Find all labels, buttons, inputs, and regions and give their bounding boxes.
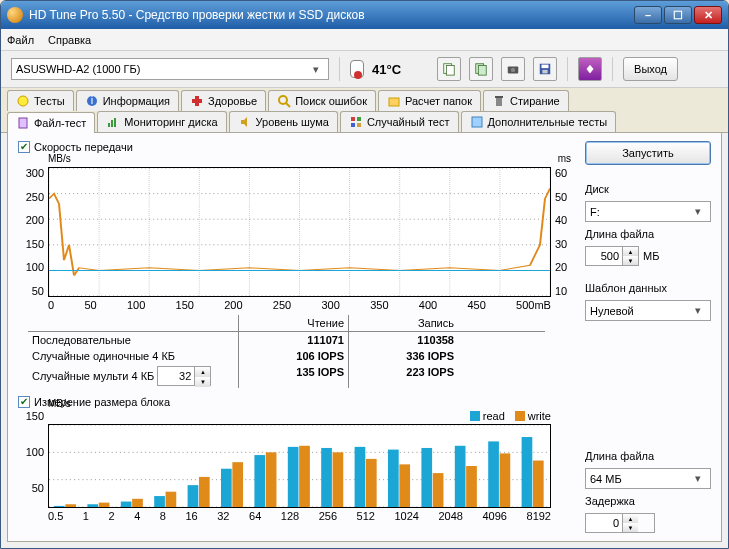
- options-button[interactable]: [578, 57, 602, 81]
- svg-rect-59: [221, 469, 232, 507]
- checkbox-icon: ✔: [18, 396, 30, 408]
- minimize-button[interactable]: –: [634, 6, 662, 24]
- svg-rect-54: [132, 499, 143, 507]
- svg-rect-1: [446, 66, 454, 76]
- svg-rect-24: [357, 117, 361, 121]
- file-length-input[interactable]: ▲▼: [585, 246, 639, 266]
- svg-rect-51: [87, 504, 98, 507]
- svg-point-5: [511, 68, 515, 72]
- svg-rect-16: [389, 98, 399, 106]
- tabs-bottom-row: Файл-тест Мониторинг диска Уровень шума …: [1, 111, 728, 133]
- tab-folder-usage[interactable]: Расчет папок: [378, 90, 481, 111]
- pattern-select[interactable]: Нулевой▾: [585, 300, 711, 321]
- tab-extra-tests[interactable]: Дополнительные тесты: [461, 111, 617, 132]
- svg-rect-66: [333, 452, 344, 507]
- start-button[interactable]: Запустить: [585, 141, 711, 165]
- svg-rect-52: [99, 503, 110, 507]
- svg-rect-74: [466, 466, 477, 507]
- transfer-rate-checkbox[interactable]: ✔ Скорость передачи: [18, 141, 575, 153]
- blocksize-checkbox[interactable]: ✔ Измерение размера блока: [18, 396, 575, 408]
- svg-rect-57: [188, 485, 199, 507]
- svg-rect-53: [121, 502, 132, 507]
- svg-rect-49: [54, 506, 65, 507]
- svg-point-14: [279, 96, 287, 104]
- svg-rect-50: [65, 504, 76, 507]
- tab-aam[interactable]: Уровень шума: [229, 111, 338, 132]
- svg-rect-64: [299, 446, 310, 507]
- app-window: HD Tune Pro 5.50 - Средство проверки жес…: [0, 0, 729, 549]
- svg-rect-61: [254, 455, 265, 507]
- tab-disk-monitor[interactable]: Мониторинг диска: [97, 111, 226, 132]
- file-length-label: Длина файла: [585, 228, 711, 240]
- exit-button[interactable]: Выход: [623, 57, 678, 81]
- svg-rect-77: [522, 437, 533, 507]
- svg-rect-58: [199, 477, 210, 507]
- svg-rect-19: [19, 118, 27, 128]
- temperature-value: 41°C: [372, 62, 401, 77]
- drive-selector[interactable]: ASUSWHD-A2 (1000 ГБ) ▾: [11, 58, 329, 80]
- blocksize-chart: MB/s read write 15010050 0.5124816326412…: [18, 410, 575, 522]
- svg-rect-8: [542, 70, 547, 74]
- svg-rect-73: [455, 446, 466, 507]
- svg-rect-69: [388, 450, 399, 507]
- menu-help[interactable]: Справка: [48, 34, 91, 46]
- copy-info-button[interactable]: [437, 57, 461, 81]
- delay-label: Задержка: [585, 495, 711, 507]
- svg-rect-55: [154, 496, 165, 507]
- tab-info[interactable]: iИнформация: [76, 90, 179, 111]
- svg-rect-63: [288, 447, 299, 507]
- app-icon: [7, 7, 23, 23]
- file-length2-label: Длина файла: [585, 450, 711, 462]
- copy-screenshot-button[interactable]: [469, 57, 493, 81]
- svg-text:i: i: [90, 94, 92, 106]
- svg-rect-3: [478, 66, 486, 76]
- svg-rect-18: [495, 96, 503, 98]
- menubar: Файл Справка: [1, 29, 728, 51]
- svg-rect-78: [533, 461, 544, 507]
- screenshot-button[interactable]: [501, 57, 525, 81]
- file-length2-select[interactable]: 64 МБ▾: [585, 468, 711, 489]
- svg-rect-72: [433, 473, 444, 507]
- results-table: Чтение Запись Последовательные1110711103…: [28, 315, 545, 388]
- disk-select[interactable]: F:▾: [585, 201, 711, 222]
- close-button[interactable]: ✕: [694, 6, 722, 24]
- toolbar: ASUSWHD-A2 (1000 ГБ) ▾ 41°C Выход: [1, 51, 728, 88]
- svg-rect-71: [421, 448, 432, 507]
- multi-queue-input[interactable]: ▲▼: [157, 366, 211, 386]
- delay-input[interactable]: ▲▼: [585, 513, 655, 533]
- svg-rect-22: [114, 118, 116, 127]
- tab-error-scan[interactable]: Поиск ошибок: [268, 90, 376, 111]
- svg-rect-20: [108, 123, 110, 127]
- tabs-top-row: Тесты iИнформация Здоровье Поиск ошибок …: [1, 88, 728, 111]
- table-row: Последовательные111071110358: [28, 332, 545, 348]
- transfer-chart: MB/s ms 30025020015010050 605040302010 0…: [18, 155, 575, 311]
- disk-label: Диск: [585, 183, 711, 195]
- tab-tests[interactable]: Тесты: [7, 90, 74, 111]
- svg-rect-75: [488, 441, 499, 507]
- tab-health[interactable]: Здоровье: [181, 90, 266, 111]
- menu-file[interactable]: Файл: [7, 34, 34, 46]
- svg-rect-60: [232, 462, 243, 507]
- window-title: HD Tune Pro 5.50 - Средство проверки жес…: [29, 8, 634, 22]
- svg-rect-67: [355, 447, 366, 507]
- maximize-button[interactable]: ☐: [664, 6, 692, 24]
- pattern-label: Шаблон данных: [585, 282, 711, 294]
- chevron-down-icon: ▾: [308, 63, 324, 76]
- drive-selector-value: ASUSWHD-A2 (1000 ГБ): [16, 63, 140, 75]
- tab-erase[interactable]: Стирание: [483, 90, 569, 111]
- svg-rect-62: [266, 452, 277, 507]
- tab-random-access[interactable]: Случайный тест: [340, 111, 459, 132]
- svg-rect-7: [542, 65, 549, 69]
- thermometer-icon: [350, 60, 364, 78]
- save-button[interactable]: [533, 57, 557, 81]
- content-area: ✔ Скорость передачи MB/s ms 300250200150…: [7, 133, 722, 542]
- table-row: Случайные одиночные 4 КБ106 IOPS336 IOPS: [28, 348, 545, 364]
- svg-rect-26: [357, 123, 361, 127]
- svg-point-9: [18, 96, 28, 106]
- svg-rect-17: [496, 97, 502, 106]
- svg-line-15: [286, 103, 290, 107]
- svg-rect-70: [399, 464, 410, 507]
- svg-rect-13: [192, 99, 202, 103]
- titlebar[interactable]: HD Tune Pro 5.50 - Средство проверки жес…: [1, 1, 728, 29]
- tab-file-test[interactable]: Файл-тест: [7, 112, 95, 133]
